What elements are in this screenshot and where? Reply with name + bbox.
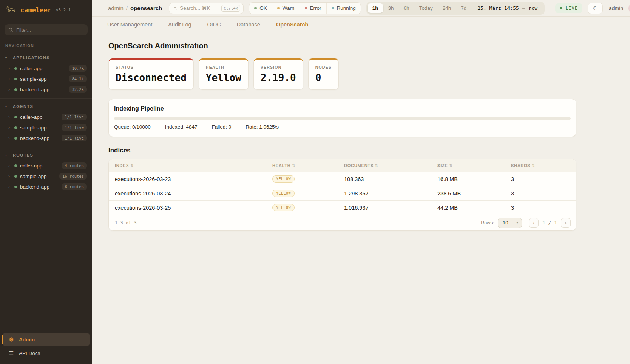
sidebar-item-agents-sample-app[interactable]: › sample-app 1/1 live xyxy=(0,122,92,133)
nav-label: NAVIGATION xyxy=(0,37,92,50)
table-header-row: INDEX ⇅ HEALTH ⇅ DOCUMENTS ⇅ SIZE ⇅ xyxy=(109,159,576,172)
cell-index: executions-2026-03-23 xyxy=(109,176,266,182)
item-label: backend-app xyxy=(20,87,66,92)
date-from: 25. März 14:55 xyxy=(477,5,519,11)
tab-database[interactable]: Database xyxy=(235,17,262,32)
nav-section-routes: ▾ ROUTES › caller-app 4 routes › sample-… xyxy=(0,147,92,196)
ok-dot-icon xyxy=(254,7,257,9)
sidebar-item-label: Admin xyxy=(19,337,35,342)
sidebar-item-routes-backend-app[interactable]: › backend-app 6 routes xyxy=(0,181,92,192)
gear-icon: ⚙ xyxy=(8,336,14,342)
running-dot-icon xyxy=(332,7,334,9)
item-label: caller-app xyxy=(20,114,59,120)
row-range-text: 1-3 of 3 xyxy=(115,220,137,226)
item-badge: 32.2k xyxy=(69,86,87,93)
date-separator: — xyxy=(522,5,525,11)
tab-opensearch[interactable]: OpenSearch xyxy=(275,17,310,32)
column-header-size[interactable]: SIZE ⇅ xyxy=(431,163,505,168)
table-footer: 1-3 of 3 Rows: 10 ▾ ‹ 1 / 1 › xyxy=(109,215,576,230)
status-filter-running[interactable]: Running xyxy=(327,3,361,14)
table-row[interactable]: executions-2026-03-24 YELLOW 1.298.357 2… xyxy=(109,186,576,200)
live-label: LIVE xyxy=(565,6,578,11)
sidebar-item-applications-caller-app[interactable]: › caller-app 10.7k xyxy=(0,63,92,74)
status-filter-warn[interactable]: Warn xyxy=(272,3,300,14)
app-logo: cameleer v3.2.1 xyxy=(0,0,92,20)
live-indicator[interactable]: LIVE xyxy=(555,3,582,13)
rows-per-page-label: Rows: xyxy=(481,220,494,226)
column-header-health[interactable]: HEALTH ⇅ xyxy=(266,163,338,168)
indices-table: INDEX ⇅ HEALTH ⇅ DOCUMENTS ⇅ SIZE ⇅ xyxy=(108,159,576,231)
sidebar-item-applications-sample-app[interactable]: › sample-app 84.1k xyxy=(0,74,92,84)
sidebar-item-routes-caller-app[interactable]: › caller-app 4 routes xyxy=(0,160,92,171)
section-header-routes[interactable]: ▾ ROUTES xyxy=(0,150,92,160)
tab-audit-log[interactable]: Audit Log xyxy=(167,17,193,32)
section-header-agents[interactable]: ▾ AGENTS xyxy=(0,101,92,112)
time-range-3h[interactable]: 3h xyxy=(383,3,399,13)
stat-label: STATUS xyxy=(116,65,187,69)
avatar[interactable]: AD xyxy=(628,3,630,14)
item-badge: 6 routes xyxy=(62,183,87,190)
stat-value: 0 xyxy=(315,72,332,83)
theme-toggle-button[interactable]: ☾ xyxy=(588,3,603,14)
nav-section-agents: ▾ AGENTS › caller-app 1/1 live › sample-… xyxy=(0,99,92,147)
status-dot-icon xyxy=(14,78,17,80)
chevron-right-icon: › xyxy=(8,77,11,81)
time-range-today[interactable]: Today xyxy=(414,3,438,13)
chevron-right-icon: › xyxy=(8,174,11,178)
tab-user-management[interactable]: User Management xyxy=(106,17,154,32)
column-header-shards[interactable]: SHARDS ⇅ xyxy=(505,163,576,168)
column-header-documents[interactable]: DOCUMENTS ⇅ xyxy=(338,163,431,168)
chevron-right-icon: › xyxy=(8,163,11,168)
warn-dot-icon xyxy=(277,7,280,9)
chevron-right-icon: › xyxy=(8,87,11,92)
sidebar-item-api-docs[interactable]: ☰ API Docs xyxy=(2,347,90,359)
sort-icon: ⇅ xyxy=(375,164,378,167)
rows-per-page-select[interactable]: 10 ▾ xyxy=(498,218,522,228)
search-shortcut-kbd: Ctrl+K xyxy=(221,5,240,12)
status-filter-error[interactable]: Error xyxy=(300,3,327,14)
search-input[interactable] xyxy=(180,5,218,11)
status-filter-ok[interactable]: OK xyxy=(249,3,272,14)
page-title: OpenSearch Administration xyxy=(108,41,576,50)
sidebar-item-agents-caller-app[interactable]: › caller-app 1/1 live xyxy=(0,112,92,122)
date-range-display[interactable]: 25. März 14:55 — now xyxy=(471,5,544,11)
admin-tabs: User Management Audit Log OIDC Database … xyxy=(92,17,630,32)
pipeline-title: Indexing Pipeline xyxy=(114,105,571,112)
stat-label: VERSION xyxy=(261,65,296,69)
filter-input[interactable] xyxy=(16,27,84,33)
status-dot-icon xyxy=(14,164,17,167)
sort-icon: ⇅ xyxy=(292,164,295,167)
time-range-1h[interactable]: 1h xyxy=(368,3,383,13)
time-range-6h[interactable]: 6h xyxy=(399,3,414,13)
section-header-applications[interactable]: ▾ APPLICATIONS xyxy=(0,52,92,63)
table-row[interactable]: executions-2026-03-25 YELLOW 1.016.937 4… xyxy=(109,200,576,215)
next-page-button[interactable]: › xyxy=(561,218,571,228)
sidebar-item-routes-sample-app[interactable]: › sample-app 16 routes xyxy=(0,171,92,181)
prev-page-button[interactable]: ‹ xyxy=(529,218,539,228)
time-range-24h[interactable]: 24h xyxy=(438,3,456,13)
global-search[interactable]: Ctrl+K xyxy=(169,3,244,14)
sidebar-footer: ⚙ Admin ☰ API Docs xyxy=(0,330,92,364)
stat-cards: STATUS Disconnected HEALTH Yellow VERSIO… xyxy=(108,58,576,90)
sidebar: cameleer v3.2.1 NAVIGATION ▾ APPLICATION… xyxy=(0,0,92,364)
stat-label: NODES xyxy=(315,65,332,69)
sidebar-filter[interactable] xyxy=(5,24,88,35)
status-dot-icon xyxy=(14,175,17,178)
breadcrumb-parent[interactable]: admin xyxy=(108,5,124,11)
time-range-7d[interactable]: 7d xyxy=(456,3,471,13)
sidebar-item-label: API Docs xyxy=(19,350,40,356)
item-label: sample-app xyxy=(20,125,59,131)
sidebar-item-applications-backend-app[interactable]: › backend-app 32.2k xyxy=(0,84,92,95)
app-name: cameleer xyxy=(20,6,51,14)
search-icon xyxy=(8,28,13,32)
tab-oidc[interactable]: OIDC xyxy=(206,17,222,32)
cell-size: 238.6 MB xyxy=(431,190,505,197)
sidebar-item-admin[interactable]: ⚙ Admin xyxy=(2,333,90,346)
item-badge: 10.7k xyxy=(69,65,87,72)
item-badge: 16 routes xyxy=(59,173,87,180)
table-row[interactable]: executions-2026-03-23 YELLOW 108.363 16.… xyxy=(109,172,576,186)
column-header-index[interactable]: INDEX ⇅ xyxy=(109,163,266,168)
sidebar-item-agents-backend-app[interactable]: › backend-app 1/1 live xyxy=(0,133,92,143)
health-badge: YELLOW xyxy=(272,190,295,197)
health-badge: YELLOW xyxy=(272,204,295,211)
